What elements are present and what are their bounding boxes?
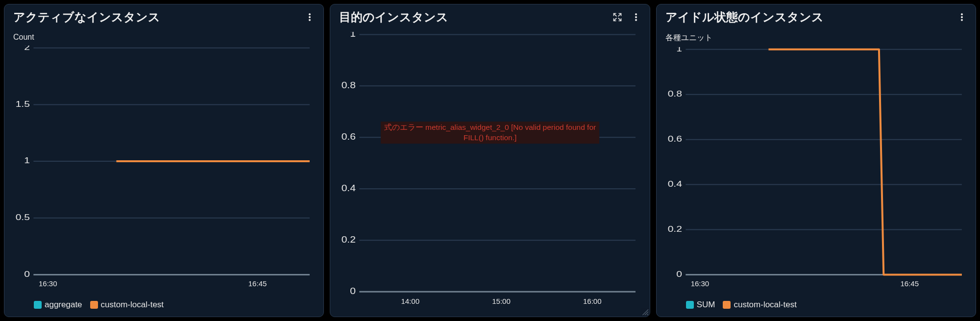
x-tick-label: 16:45 (248, 279, 267, 288)
y-tick-label: 0.2 (667, 224, 682, 233)
panel-0: アクティブなインスタンスCount00.511.5216:3016:45aggr… (4, 4, 324, 317)
panel-title: 目的のインスタンス (339, 9, 448, 25)
svg-point-20 (961, 16, 962, 18)
legend-swatch (686, 301, 694, 309)
y-tick-label: 1 (24, 156, 30, 165)
kebab-menu-icon[interactable] (630, 11, 642, 23)
x-tick-label: 16:30 (39, 279, 57, 288)
legend-label: custom-local-test (101, 300, 164, 310)
y-tick-label: 0 (676, 270, 682, 278)
kebab-menu-icon[interactable] (956, 11, 968, 23)
svg-point-2 (309, 19, 311, 21)
x-axis-ticks: 16:3016:45 (664, 279, 968, 297)
y-axis-title: 各種ユニット (664, 32, 968, 47)
panel-actions (612, 11, 642, 23)
panel-header: 目的のインスタンス (330, 4, 649, 28)
panel-2: アイドル状態のインスタンス各種ユニット00.20.40.60.8116:3016… (656, 4, 976, 317)
svg-point-19 (961, 14, 962, 15)
x-tick-label: 16:00 (583, 297, 602, 305)
chart-error-message: 式のエラー metric_alias_widget_2_0 [No valid … (381, 122, 599, 144)
y-tick-label: 0.6 (342, 131, 356, 141)
chart-area[interactable]: 00.20.40.60.81式のエラー metric_alias_widget_… (338, 32, 641, 297)
y-tick-label: 0.4 (667, 179, 682, 188)
panel-actions (304, 11, 316, 23)
x-tick-label: 16:30 (691, 279, 710, 288)
panel-body: Count00.511.5216:3016:45aggregatecustom-… (4, 28, 323, 317)
x-tick-label: 16:45 (900, 279, 919, 288)
legend-swatch (90, 301, 98, 309)
chart-area[interactable]: 00.20.40.60.81 (664, 47, 968, 279)
panel-header: アイドル状態のインスタンス (657, 4, 976, 28)
y-tick-label: 1.5 (16, 99, 30, 108)
panel-1: 目的のインスタンス00.20.40.60.81式のエラー metric_alia… (330, 4, 650, 317)
panel-actions (956, 11, 968, 23)
y-tick-label: 1 (676, 47, 682, 53)
y-tick-label: 2 (24, 46, 30, 52)
legend: aggregatecustom-local-test (12, 297, 316, 315)
y-tick-label: 0.8 (667, 89, 682, 98)
legend-swatch (34, 301, 42, 309)
x-tick-label: 15:00 (492, 297, 511, 305)
legend-item[interactable]: SUM (686, 300, 715, 310)
legend-item[interactable]: custom-local-test (723, 300, 796, 310)
svg-point-11 (635, 19, 637, 21)
panel-title: アクティブなインスタンス (13, 9, 160, 25)
resize-handle-icon[interactable] (640, 307, 649, 316)
x-axis-ticks: 14:0015:0016:00 (338, 297, 641, 315)
svg-point-1 (309, 16, 311, 18)
chart-area[interactable]: 00.511.52 (12, 46, 316, 279)
x-tick-label: 14:00 (401, 297, 419, 305)
legend-label: custom-local-test (734, 300, 796, 310)
y-axis-title: Count (12, 32, 316, 46)
svg-point-10 (635, 16, 637, 18)
svg-point-9 (635, 14, 637, 15)
kebab-menu-icon[interactable] (304, 11, 316, 23)
svg-point-0 (309, 14, 311, 15)
panel-body: 各種ユニット00.20.40.60.8116:3016:45SUMcustom-… (657, 28, 976, 317)
y-tick-label: 0.6 (667, 134, 682, 143)
y-tick-label: 0.4 (342, 183, 356, 193)
y-tick-label: 1 (350, 32, 356, 39)
y-tick-label: 0 (24, 270, 30, 278)
dashboard: アクティブなインスタンスCount00.511.5216:3016:45aggr… (0, 0, 980, 321)
legend: SUMcustom-local-test (664, 297, 968, 315)
panel-title: アイドル状態のインスタンス (665, 9, 824, 25)
legend-swatch (723, 301, 731, 309)
y-tick-label: 0.8 (342, 80, 356, 90)
y-tick-label: 0 (350, 286, 356, 296)
legend-label: SUM (697, 300, 715, 310)
svg-point-21 (961, 19, 962, 21)
expand-icon[interactable] (612, 11, 623, 23)
panel-header: アクティブなインスタンス (4, 4, 323, 28)
y-tick-label: 0.5 (16, 213, 30, 222)
panel-body: 00.20.40.60.81式のエラー metric_alias_widget_… (330, 28, 649, 317)
legend-item[interactable]: custom-local-test (90, 300, 164, 310)
legend-label: aggregate (45, 300, 82, 310)
legend-item[interactable]: aggregate (34, 300, 82, 310)
y-tick-label: 0.2 (342, 234, 356, 244)
x-axis-ticks: 16:3016:45 (12, 279, 316, 297)
